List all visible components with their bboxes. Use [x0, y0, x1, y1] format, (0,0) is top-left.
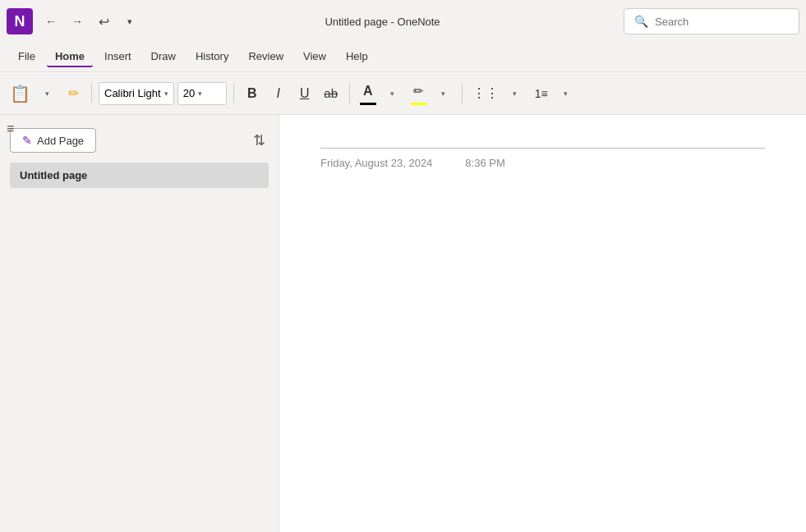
- numbered-dropdown-arrow-icon: ▾: [564, 89, 568, 98]
- font-color-indicator: [360, 103, 376, 105]
- sort-icon: ⇅: [253, 132, 265, 149]
- bullet-list-button[interactable]: ⋮⋮: [469, 80, 502, 107]
- italic-label: I: [276, 86, 279, 101]
- note-metadata: Friday, August 23, 2024 8:36 PM: [320, 148, 765, 169]
- numbered-list-button[interactable]: 1≡: [530, 80, 553, 107]
- font-size-select[interactable]: 20 ▾: [177, 82, 227, 105]
- separator-3: [349, 84, 350, 103]
- menu-review[interactable]: Review: [240, 47, 292, 67]
- sort-button[interactable]: ⇅: [250, 128, 269, 153]
- numbered-list-dropdown-button[interactable]: ▾: [555, 80, 578, 107]
- sidebar-collapse-button[interactable]: ≡: [7, 122, 14, 136]
- add-page-label: Add Page: [37, 135, 84, 147]
- numbered-list-group: 1≡ ▾: [530, 80, 578, 107]
- note-area[interactable]: Friday, August 23, 2024 8:36 PM: [279, 115, 806, 532]
- menu-insert[interactable]: Insert: [96, 47, 140, 67]
- underline-label: U: [300, 86, 310, 101]
- font-dropdown-arrow-icon: ▾: [164, 89, 168, 98]
- paste-icon: 📋: [10, 84, 30, 103]
- paste-dropdown-arrow-icon: ▾: [45, 89, 49, 98]
- title-bar-nav: ← → ↩ ▾: [39, 10, 141, 33]
- font-size-label: 20: [183, 87, 195, 99]
- menu-file[interactable]: File: [10, 47, 44, 67]
- font-color-group: A ▾: [357, 80, 404, 107]
- add-page-icon: ✎: [22, 134, 32, 147]
- highlight-color-indicator: [411, 103, 427, 105]
- note-date: Friday, August 23, 2024: [320, 157, 432, 169]
- highlight-group: ✏ ▾: [408, 80, 455, 107]
- window-title: Untitled page - OneNote: [148, 16, 617, 28]
- highlight-dropdown-button[interactable]: ▾: [432, 80, 455, 107]
- menu-history[interactable]: History: [187, 47, 237, 67]
- main-area: ≡ ✎ Add Page ⇅ Untitled page Friday, Aug…: [0, 115, 806, 532]
- search-icon: 🔍: [634, 15, 648, 28]
- search-box[interactable]: 🔍: [624, 8, 799, 34]
- paste-dropdown-button[interactable]: ▾: [35, 80, 58, 107]
- sidebar: ✎ Add Page ⇅ Untitled page: [0, 115, 279, 532]
- page-item[interactable]: Untitled page: [10, 163, 269, 188]
- highlight-arrow-icon: ▾: [441, 89, 445, 98]
- sidebar-header: ✎ Add Page ⇅: [10, 128, 269, 153]
- search-input[interactable]: [655, 16, 789, 28]
- separator-1: [91, 84, 92, 103]
- numbered-list-icon: 1≡: [535, 87, 548, 100]
- bullet-dropdown-arrow-icon: ▾: [513, 89, 517, 98]
- menu-home[interactable]: Home: [47, 47, 93, 67]
- paste-group: 📋 ▾: [7, 80, 58, 107]
- paste-button[interactable]: 📋: [7, 80, 34, 107]
- separator-2: [233, 84, 234, 103]
- bullet-list-icon: ⋮⋮: [472, 85, 499, 101]
- font-name-select[interactable]: Calibri Light ▾: [99, 82, 174, 105]
- onenote-logo: N: [7, 8, 33, 34]
- menu-draw[interactable]: Draw: [143, 47, 184, 67]
- bold-label: B: [247, 86, 257, 101]
- back-button[interactable]: ←: [39, 10, 62, 33]
- bullet-list-group: ⋮⋮ ▾: [469, 80, 527, 107]
- title-bar: N ← → ↩ ▾ Untitled page - OneNote 🔍: [0, 0, 806, 43]
- separator-4: [462, 84, 463, 103]
- bullet-list-dropdown-button[interactable]: ▾: [504, 80, 527, 107]
- font-color-button[interactable]: A: [357, 80, 380, 107]
- underline-button[interactable]: U: [293, 80, 316, 107]
- strikethrough-label: ab: [324, 86, 338, 100]
- format-painter-icon: ✏: [68, 85, 79, 101]
- nav-dropdown-button[interactable]: ▾: [118, 10, 141, 33]
- forward-button[interactable]: →: [66, 10, 89, 33]
- strikethrough-button[interactable]: ab: [320, 80, 343, 107]
- highlight-icon: ✏: [413, 84, 424, 99]
- toolbar: 📋 ▾ ✏ Calibri Light ▾ 20 ▾ B I U ab A: [0, 72, 806, 115]
- add-page-button[interactable]: ✎ Add Page: [10, 128, 96, 153]
- highlight-button[interactable]: ✏: [408, 80, 431, 107]
- font-color-dropdown-button[interactable]: ▾: [381, 80, 404, 107]
- menu-view[interactable]: View: [295, 47, 334, 67]
- menu-bar: File Home Insert Draw History Review Vie…: [0, 43, 806, 72]
- font-name-label: Calibri Light: [104, 87, 161, 99]
- size-dropdown-arrow-icon: ▾: [198, 89, 202, 98]
- undo-button[interactable]: ↩: [92, 10, 115, 33]
- note-time: 8:36 PM: [465, 157, 504, 169]
- font-color-label: A: [363, 84, 373, 99]
- menu-help[interactable]: Help: [338, 47, 376, 67]
- italic-button[interactable]: I: [267, 80, 290, 107]
- bold-button[interactable]: B: [241, 80, 264, 107]
- format-painter-button[interactable]: ✏: [62, 80, 85, 107]
- font-color-arrow-icon: ▾: [390, 89, 394, 98]
